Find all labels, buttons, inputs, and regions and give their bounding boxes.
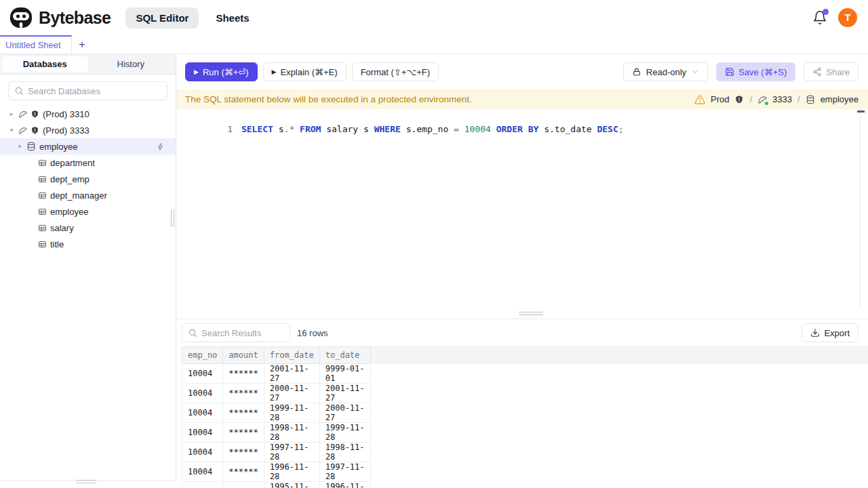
row-count: 16 rows <box>297 328 328 338</box>
tab-databases[interactable]: Databases <box>2 56 88 72</box>
search-icon <box>14 86 24 96</box>
readonly-mode-dropdown[interactable]: Read-only <box>623 62 708 81</box>
table-label: dept_manager <box>50 190 107 201</box>
tree-instance-3333[interactable]: ▾ (Prod) 3333 <box>0 122 176 138</box>
prod-shield-icon <box>31 110 39 119</box>
database-icon <box>26 142 36 151</box>
tree-table-department[interactable]: department <box>0 155 176 171</box>
column-header[interactable]: to_date <box>319 347 370 364</box>
table-icon <box>38 191 47 200</box>
database-name[interactable]: employee <box>821 94 859 104</box>
mysql-engine-icon <box>18 110 27 119</box>
table-icon <box>38 207 47 216</box>
tree-table-salary[interactable]: salary <box>0 220 176 236</box>
column-header[interactable]: amount <box>223 347 264 364</box>
explain-button[interactable]: ▶ Explain (⌘+E) <box>263 62 347 81</box>
table-icon <box>38 240 47 249</box>
share-icon <box>812 67 822 77</box>
database-tree: ▸ (Prod) 3310 ▾ <box>0 106 176 252</box>
sidebar: Databases History ▸ <box>0 54 176 481</box>
table-row[interactable]: 10004 ****** 2000-11-27 2001-11-27 <box>182 384 371 403</box>
sidebar-bottom-drag-handle[interactable] <box>76 480 96 483</box>
table-label: title <box>50 239 64 249</box>
instance-label: (Prod) 3310 <box>43 109 90 119</box>
breadcrumb-separator: / <box>797 94 800 104</box>
tree-table-title[interactable]: title <box>0 236 176 252</box>
panel-split-drag-handle[interactable] <box>519 312 543 315</box>
run-button[interactable]: ▶ Run (⌘+⏎) <box>185 62 258 81</box>
table-label: dept_emp <box>50 174 90 184</box>
instance-label: (Prod) 3333 <box>43 125 90 136</box>
caret-down-icon[interactable]: ▾ <box>8 127 15 134</box>
notification-bell-icon[interactable] <box>812 10 827 25</box>
tab-history[interactable]: History <box>88 56 174 72</box>
prod-shield-icon <box>734 95 744 104</box>
search-icon <box>188 328 197 338</box>
warning-icon <box>694 94 705 105</box>
caret-down-icon[interactable]: ▾ <box>16 143 23 150</box>
protected-environment-banner: The SQL statement below will be executed… <box>176 89 868 109</box>
format-button[interactable]: Format (⇧+⌥+F) <box>352 62 439 81</box>
save-button[interactable]: Save (⌘+S) <box>716 62 795 81</box>
lightning-icon[interactable] <box>157 142 165 151</box>
breadcrumb-separator: / <box>749 94 752 104</box>
add-sheet-button[interactable]: + <box>72 35 92 54</box>
line-number: 1 <box>208 124 233 134</box>
table-icon <box>38 175 47 184</box>
database-icon <box>806 95 815 104</box>
save-icon <box>725 67 734 77</box>
table-label: employee <box>50 207 88 217</box>
tree-table-dept-manager[interactable]: dept_manager <box>0 187 176 203</box>
sidebar-resize-handle[interactable] <box>171 209 174 227</box>
search-databases-input[interactable] <box>28 86 161 96</box>
nav-sql-editor[interactable]: SQL Editor <box>125 7 199 28</box>
play-icon: ▶ <box>194 68 199 75</box>
database-label: employee <box>39 142 77 152</box>
results-search[interactable] <box>182 323 290 342</box>
editor-scrollbar[interactable] <box>860 109 861 309</box>
column-header[interactable]: from_date <box>264 347 319 364</box>
prod-shield-icon <box>31 126 39 135</box>
brand[interactable]: Bytebase <box>9 6 111 29</box>
results-table: emp_no amount from_date to_date 10004 **… <box>182 346 371 488</box>
tree-table-employee[interactable]: employee <box>0 203 176 220</box>
brand-name: Bytebase <box>39 8 111 28</box>
editor-toolbar: ▶ Run (⌘+⏎) ▶ Explain (⌘+E) Format (⇧+⌥+… <box>176 54 868 89</box>
table-row[interactable]: 10004 ****** 1996-11-28 1997-11-28 <box>182 462 371 482</box>
database-search[interactable] <box>8 81 167 100</box>
bytebase-logo-icon <box>9 6 33 29</box>
tree-table-dept-emp[interactable]: dept_emp <box>0 171 176 187</box>
sheet-tab-label: Untitled Sheet <box>5 40 61 50</box>
lock-icon <box>632 67 642 77</box>
search-results-input[interactable] <box>201 328 284 338</box>
tree-database-employee[interactable]: ▾ employee <box>0 138 176 155</box>
nav-sheets[interactable]: Sheets <box>205 7 259 28</box>
sidebar-tabs: Databases History <box>0 54 176 75</box>
results-table-wrap: emp_no amount from_date to_date 10004 **… <box>176 346 868 488</box>
share-button[interactable]: Share <box>804 62 859 81</box>
sql-editor[interactable]: 1SELECT s.* FROM salary s WHERE s.emp_no… <box>176 109 868 309</box>
table-row[interactable]: 10004 ****** 2001-11-27 9999-01-01 <box>182 364 371 384</box>
top-nav: SQL Editor Sheets <box>125 7 259 28</box>
play-icon: ▶ <box>272 68 277 75</box>
editor-scrollbar-thumb[interactable] <box>857 110 865 113</box>
banner-message: The SQL statement below will be executed… <box>185 94 472 104</box>
connection-breadcrumb: Prod / 3333 / <box>694 94 859 105</box>
table-label: department <box>50 158 95 168</box>
caret-right-icon[interactable]: ▸ <box>8 110 15 117</box>
sql-code-line[interactable]: 1SELECT s.* FROM salary s WHERE s.emp_no… <box>176 114 624 144</box>
table-row[interactable]: 10004 ****** 1998-11-28 1999-11-28 <box>182 423 371 443</box>
table-row[interactable]: 10004 ****** 1995-11-29 1996-11-28 <box>182 482 371 488</box>
table-row[interactable]: 10004 ****** 1997-11-28 1998-11-28 <box>182 443 371 462</box>
table-label: salary <box>50 223 74 233</box>
column-header[interactable]: emp_no <box>182 347 223 364</box>
sheet-tab-untitled[interactable]: Untitled Sheet <box>0 35 72 54</box>
results-panel: 16 rows Export emp_no amount <box>176 319 868 488</box>
tree-instance-3310[interactable]: ▸ (Prod) 3310 <box>0 106 176 122</box>
user-avatar[interactable]: T <box>838 8 857 27</box>
mysql-engine-icon <box>757 95 767 104</box>
instance-name[interactable]: 3333 <box>772 94 792 104</box>
chevron-down-icon <box>691 68 699 76</box>
table-row[interactable]: 10004 ****** 1999-11-28 2000-11-27 <box>182 403 371 423</box>
export-button[interactable]: Export <box>802 323 859 342</box>
